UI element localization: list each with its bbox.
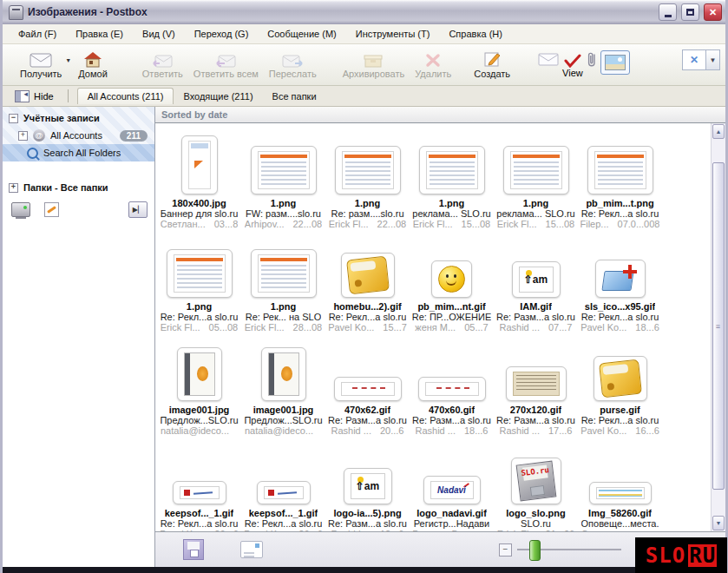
sender-name: Erick Fl... — [413, 219, 453, 229]
image-item[interactable]: Img_58260.gif Оповеще...места. Оповещате… — [578, 436, 662, 531]
image-item[interactable]: 1.png Re: Рекл...a slo.ru Erick Fl... 05… — [157, 229, 241, 333]
file-name: image001.jpg — [169, 405, 230, 415]
message-meta: Pavel Ko... 26...6 — [160, 529, 239, 531]
image-item[interactable]: image001.jpg Предлож...SLO.ru natalia@id… — [157, 333, 241, 436]
thumbnail-image — [346, 256, 390, 295]
hide-panel-button[interactable]: Hide — [10, 89, 59, 104]
message-subject: Re: Рек... на SLO — [246, 312, 321, 322]
sidebar-item-search-all-folders[interactable]: Search All Folders — [3, 144, 154, 161]
scrollbar[interactable]: ▲ ≡ ▼ — [711, 123, 725, 531]
scroll-down-icon[interactable]: ▼ — [712, 516, 725, 530]
image-item[interactable]: image001.jpg Предлож...SLO.ru natalia@id… — [241, 333, 325, 436]
menu-tools[interactable]: Инструменты (T) — [347, 26, 439, 42]
message-subject: Re: Рекл...a slo.ru — [161, 518, 239, 529]
image-item[interactable]: 470x60.gif Re: Разм...a slo.ru Rashid ..… — [410, 333, 494, 436]
view-check-button[interactable]: View — [562, 54, 583, 78]
image-item[interactable]: Nadavi logo_nadavi.gif Регистр...Надави … — [410, 436, 494, 531]
image-item[interactable]: 180x400.jpg Баннер для slo.ru Светлан...… — [157, 126, 241, 229]
menu-help[interactable]: Справка (H) — [440, 26, 510, 42]
image-item[interactable]: 1.png FW: разм....slo.ru Arhipov... 22..… — [241, 126, 325, 229]
expand-icon[interactable]: + — [9, 183, 18, 193]
image-item[interactable]: ⇧am logo-ia...5).png Re: Разм...a slo.ru… — [325, 436, 410, 531]
message-subject: Re: Рекл...a slo.ru — [581, 312, 659, 322]
image-item[interactable]: SLO.ru logo_slo.png SLO.ru Erick Fl... 2… — [494, 436, 578, 531]
image-item[interactable]: pb_mim...t.png Re: Рекл...a slo.ru Filep… — [578, 126, 662, 229]
toolbar-close-x-button[interactable]: ✕ — [682, 49, 706, 70]
image-item[interactable]: pb_mim...nt.gif Re: ПР...ОЖЕНИЕ женя М..… — [410, 229, 494, 333]
thumbnail-image — [184, 352, 215, 396]
message-subject: Предлож...SLO.ru — [244, 415, 322, 425]
message-meta: Erick Fl... 22...08 — [329, 219, 406, 229]
image-item[interactable]: 1.png реклама... SLO.ru Erick Fl... 15..… — [410, 126, 494, 229]
menu-go[interactable]: Переход (G) — [186, 26, 258, 42]
zoom-slider-handle[interactable] — [529, 540, 541, 561]
sender-name: Pavel Ko... — [244, 529, 290, 531]
save-floppy-icon[interactable] — [183, 539, 204, 560]
file-name: pb_mim...nt.gif — [417, 301, 485, 312]
tab-all-folders[interactable]: Все папки — [263, 89, 326, 104]
get-mail-button[interactable]: Получить — [15, 46, 67, 83]
image-item[interactable]: 470x62.gif Re: Разм...a slo.ru Rashid ..… — [325, 333, 410, 436]
view-attachment-button[interactable] — [587, 51, 597, 81]
file-name: logo_slo.png — [506, 508, 565, 518]
menu-view[interactable]: Вид (V) — [134, 26, 184, 42]
home-label: Домой — [78, 69, 108, 79]
message-subject: реклама... SLO.ru — [412, 208, 490, 219]
image-item[interactable]: 1.png Re: разм....slo.ru Erick Fl... 22.… — [325, 126, 410, 229]
view-images-button[interactable] — [600, 50, 630, 75]
chevron-down-icon[interactable]: ▼ — [706, 49, 720, 70]
thumbnail-zone — [177, 333, 222, 405]
image-item[interactable]: keepsof..._1.gif Re: Рекл...a slo.ru Pav… — [241, 436, 325, 531]
image-item[interactable]: keepsof..._1.gif Re: Рекл...a slo.ru Pav… — [157, 436, 241, 531]
get-mail-label: Получить — [20, 69, 62, 79]
scrollbar-thumb[interactable]: ≡ — [712, 162, 725, 490]
minimize-button[interactable] — [659, 3, 677, 21]
thumbnail-image — [188, 141, 211, 189]
menu-edit[interactable]: Правка (E) — [67, 26, 132, 42]
sidebar-item-all-accounts[interactable]: + @ All Accounts 211 — [3, 127, 154, 144]
image-item[interactable]: homebu...2).gif Re: Рекл...a slo.ru Pave… — [325, 229, 410, 333]
close-button[interactable] — [704, 3, 722, 21]
menu-file[interactable]: Файл (F) — [10, 26, 65, 42]
thumbnail-image — [602, 265, 639, 293]
archive-button: Архивировать — [338, 46, 410, 83]
zoom-slider[interactable] — [517, 538, 621, 561]
image-item[interactable]: 1.png реклама... SLO.ru Erick Fl... 15..… — [494, 126, 578, 229]
server-icon[interactable] — [11, 202, 30, 217]
envelope-icon — [30, 50, 52, 68]
thumbnail-image — [438, 266, 465, 293]
accounts-header[interactable]: − Учётные записи — [3, 109, 154, 127]
thumbnail-zone — [587, 126, 653, 198]
thumbnail-image — [425, 382, 479, 396]
expand-panel-button[interactable]: ▶▏ — [128, 201, 148, 218]
sort-header[interactable]: Sorted by date — [155, 107, 725, 123]
scroll-up-icon[interactable]: ▲ — [712, 124, 725, 139]
forward-button: Переслать — [264, 46, 322, 83]
expand-icon[interactable]: + — [18, 131, 28, 141]
zoom-out-icon[interactable]: − — [499, 543, 512, 557]
image-item[interactable]: 270x120.gif Re: Разм...a slo.ru Rashid .… — [494, 333, 578, 436]
view-message-button[interactable] — [538, 53, 559, 78]
file-name: Img_58260.gif — [588, 508, 652, 518]
compose-page-icon[interactable] — [44, 202, 59, 217]
slo-ru-watermark: SLO RU — [635, 537, 727, 573]
tab-all-accounts[interactable]: All Accounts (211) — [77, 88, 174, 104]
thumbnail-zone — [419, 126, 485, 198]
maximize-button[interactable] — [681, 3, 699, 21]
message-date: 12...6 — [380, 529, 404, 531]
image-item[interactable]: purse.gif Re: Рекл...a slo.ru Pavel Ko..… — [578, 333, 662, 436]
folders-header[interactable]: + Папки - Все папки — [3, 179, 154, 196]
menu-message[interactable]: Сообщение (M) — [259, 26, 344, 42]
compose-button[interactable]: Создать — [469, 46, 515, 83]
image-item[interactable]: 1.png Re: Рек... на SLO Erick Fl... 28..… — [241, 229, 325, 333]
home-button[interactable]: Домой — [73, 46, 113, 83]
thumbnail-image: Nadavi — [430, 481, 474, 499]
message-subject: Re: ПР...ОЖЕНИЕ — [412, 312, 492, 322]
image-item[interactable]: ⇧am IAM.gif Re: Разм...a slo.ru Rashid .… — [494, 229, 578, 333]
image-item[interactable]: sls_ico...x95.gif Re: Рекл...a slo.ru Pa… — [578, 229, 662, 333]
menu-bar: Файл (F) Правка (E) Вид (V) Переход (G) … — [3, 24, 725, 44]
collapse-icon[interactable]: − — [9, 114, 18, 123]
tab-inbox[interactable]: Входящие (211) — [174, 89, 262, 104]
message-icon[interactable] — [240, 541, 263, 558]
get-mail-dropdown-icon[interactable]: ▼ — [65, 57, 71, 63]
